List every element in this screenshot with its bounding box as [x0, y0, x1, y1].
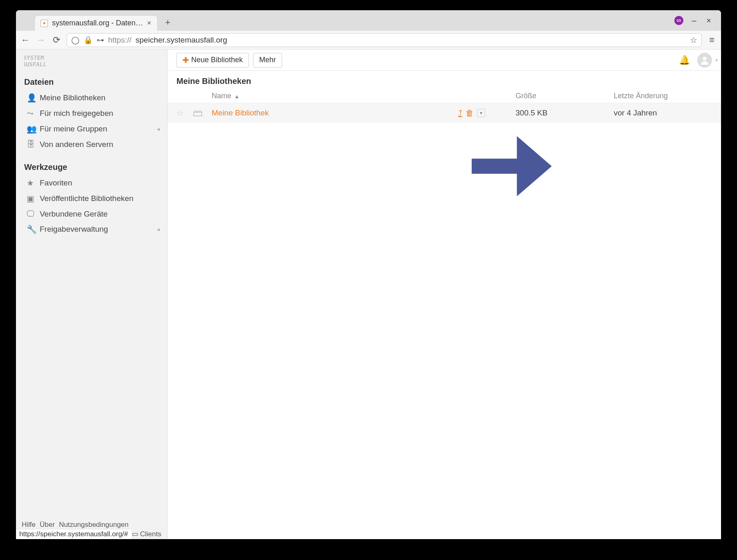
sidebar-item-label: Für meine Gruppen [40, 124, 107, 133]
group-icon: 👥 [27, 124, 40, 134]
sort-asc-icon: ▲ [234, 93, 240, 99]
key-icon: ⊶ [97, 36, 104, 45]
tab-title: systemausfall.org - Daten… [52, 19, 143, 27]
user-avatar[interactable] [697, 53, 712, 68]
sidebar-item-shared-with-me[interactable]: ⤳ Für mich freigegeben [16, 106, 167, 121]
monitor-icon: 🖵 [27, 209, 40, 219]
row-size: 300.5 KB [515, 108, 614, 117]
forward-button[interactable]: → [36, 35, 46, 45]
sidebar-section-tools: Werkzeuge [16, 158, 167, 175]
extension-icon[interactable]: ∞ [674, 16, 683, 25]
column-size[interactable]: Größe [515, 92, 614, 100]
reload-button[interactable]: ⟳ [51, 35, 62, 45]
toolbar: ✚ Neue Bibliothek Mehr 🔔 [167, 50, 721, 71]
sidebar: SYSTEMAUSFALL Dateien 👤 Meine Bibliothek… [16, 50, 167, 539]
row-modified: vor 4 Jahren [614, 108, 712, 117]
browser-tab[interactable]: ✦ systemausfall.org - Daten… × [34, 15, 158, 31]
sidebar-item-label: Für mich freigegeben [40, 109, 113, 118]
notifications-icon[interactable]: 🔔 [679, 55, 690, 65]
menu-button[interactable]: ≡ [707, 35, 717, 45]
sidebar-item-label: Veröffentlichte Bibliotheken [40, 194, 133, 203]
share-action-icon[interactable]: ⤴ [458, 108, 462, 118]
annotation-arrow [462, 119, 556, 215]
client-icon: ▭ [132, 530, 138, 538]
sidebar-item-other-servers[interactable]: 🗄 Von anderen Servern [16, 137, 167, 152]
library-name-link[interactable]: Meine Bibliothek [212, 108, 269, 117]
sidebar-item-label: Freigabeverwaltung [40, 225, 108, 234]
column-modified[interactable]: Letzte Änderung [614, 92, 712, 100]
minimize-button[interactable]: – [690, 16, 698, 25]
close-tab-icon[interactable]: × [147, 19, 151, 27]
back-button[interactable]: ← [20, 35, 31, 45]
status-bar: https://speicher.systemausfall.org/# [16, 529, 131, 539]
favorite-star-icon[interactable]: ☆ [176, 108, 184, 117]
table-row[interactable]: ☆ 🗃 Meine Bibliothek ⤴ 🗑 ▾ 300.5 KB vor … [167, 103, 721, 123]
url-host: speicher.systemausfall.org [136, 36, 227, 45]
delete-action-icon[interactable]: 🗑 [466, 108, 474, 118]
sidebar-item-share-admin[interactable]: 🔧 Freigabeverwaltung ◂ [16, 221, 167, 237]
url-protocol: https:// [108, 36, 131, 45]
lock-icon: 🔒 [84, 36, 93, 45]
person-icon: 👤 [27, 93, 40, 103]
address-bar: ← → ⟳ ◯ 🔒 ⊶ https://speicher.systemausfa… [16, 31, 721, 50]
new-library-button[interactable]: ✚ Neue Bibliothek [176, 53, 249, 68]
sidebar-item-devices[interactable]: 🖵 Verbundene Geräte [16, 206, 167, 221]
shield-icon: ◯ [71, 36, 79, 45]
sidebar-item-label: Verbundene Geräte [40, 210, 108, 219]
svg-text:AUSFALL: AUSFALL [24, 61, 47, 68]
button-label: Mehr [259, 56, 276, 64]
plus-icon: ✚ [183, 56, 189, 65]
wrench-icon: 🔧 [27, 224, 40, 234]
footer-terms-link[interactable]: Nutzungsbedingungen [59, 521, 129, 529]
sidebar-item-favorites[interactable]: ★ Favoriten [16, 175, 167, 191]
button-label: Neue Bibliothek [191, 56, 243, 64]
caret-left-icon: ◂ [157, 226, 160, 233]
footer-about-link[interactable]: Über [40, 521, 55, 529]
main-content: ✚ Neue Bibliothek Mehr 🔔 Meine Bibliothe… [167, 50, 721, 539]
more-button[interactable]: Mehr [253, 53, 282, 68]
sidebar-item-label: Meine Bibliotheken [40, 93, 106, 102]
star-icon: ★ [27, 178, 40, 188]
book-icon: ▣ [27, 194, 40, 203]
column-name[interactable]: Name ▲ [209, 92, 458, 100]
sidebar-item-published[interactable]: ▣ Veröffentlichte Bibliotheken [16, 191, 167, 206]
new-tab-button[interactable]: + [162, 16, 174, 29]
caret-left-icon: ◂ [157, 126, 160, 132]
share-icon: ⤳ [27, 108, 40, 118]
browser-titlebar: ✦ systemausfall.org - Daten… × + ∞ – × [16, 10, 721, 31]
page-title: Meine Bibliotheken [167, 71, 721, 89]
table-header: Name ▲ Größe Letzte Änderung [167, 89, 721, 103]
sidebar-item-my-groups[interactable]: 👥 Für meine Gruppen ◂ [16, 121, 167, 137]
favicon-icon: ✦ [41, 20, 48, 27]
window-close-button[interactable]: × [705, 16, 713, 25]
more-actions-dropdown[interactable]: ▾ [477, 109, 485, 117]
sidebar-section-files: Dateien [16, 73, 167, 90]
url-input[interactable]: ◯ 🔒 ⊶ https://speicher.systemausfall.org… [67, 33, 702, 47]
footer-help-link[interactable]: Hilfe [22, 521, 36, 529]
server-icon: 🗄 [27, 140, 40, 149]
sidebar-item-my-libraries[interactable]: 👤 Meine Bibliotheken [16, 90, 167, 106]
sidebar-item-label: Von anderen Servern [40, 140, 113, 149]
library-icon: 🗃 [193, 107, 203, 118]
svg-text:SYSTEM: SYSTEM [24, 54, 45, 61]
bookmark-star-icon[interactable]: ☆ [690, 35, 697, 45]
app-logo[interactable]: SYSTEMAUSFALL [16, 50, 167, 70]
sidebar-item-label: Favoriten [40, 178, 72, 187]
svg-point-2 [703, 56, 706, 60]
